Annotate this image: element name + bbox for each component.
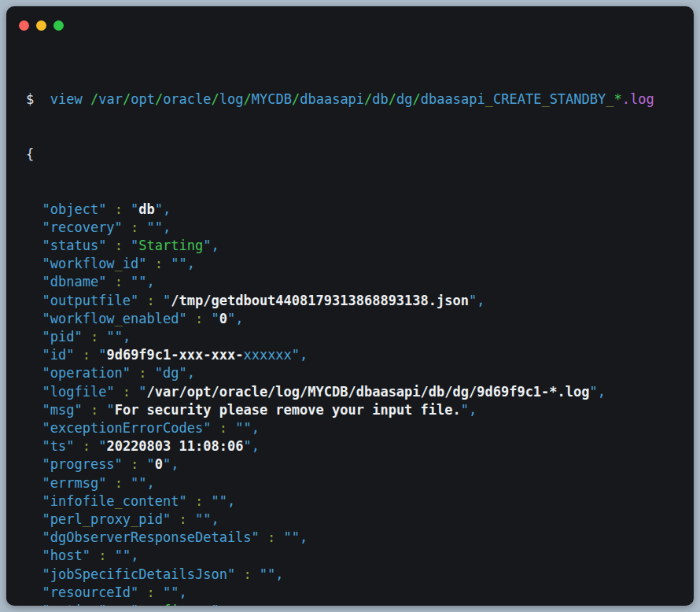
text-token: " [138,256,146,271]
text-token: /var/opt/oracle/log/MYCDB/dbaasapi/db/dg… [147,384,590,400]
text-token: log [219,91,244,107]
text-token: " [292,529,300,545]
text-token: , [147,475,155,491]
text-token: : [131,365,155,381]
json-line-host: "host" : "", [26,547,680,565]
text-token: /tmp/getdbout4408179313868893138.json [171,293,469,308]
text-token: " [74,329,82,345]
text-token: : [187,493,212,509]
text-token: / [413,91,421,107]
text-token: : [235,566,260,582]
desktop-background: $ view /var/opt/oracle/log/MYCDB/dbaasap… [0,0,700,612]
text-token: " [115,456,123,472]
text-token: dg [396,91,412,107]
text-token: " [131,201,138,217]
text-token: proxy [90,511,131,527]
text-token: " [106,329,114,345]
text-token: " [461,402,469,418]
json-line-msg: "msg" : "For security please remove your… [26,401,680,419]
text-token: opt [131,91,155,107]
text-token: " [179,256,187,271]
text-token: " [98,238,106,253]
text-token: : [138,293,163,308]
text-token: " [227,311,235,326]
text-token: , [300,347,308,363]
json-line-workflow_id: "workflow_id" : "", [26,255,680,273]
text-token: 9d69f9c1-xxx-xxx- [106,347,243,363]
text-token: pid [138,511,163,527]
text-token: " [98,438,106,454]
text-token: / [155,91,163,107]
text-token: * [614,91,622,107]
json-line-dbname: "dbname" : "", [26,273,680,291]
text-token: ts [50,438,66,454]
text-token: , [163,201,171,217]
command-line: $ view /var/opt/oracle/log/MYCDB/dbaasap… [26,90,680,109]
text-token: " [211,493,219,509]
text-token: " [26,365,50,381]
close-button[interactable] [19,20,29,31]
text-token [83,91,90,107]
text-token: For security please remove your input fi… [115,402,461,418]
text-token: , [227,493,235,509]
minimize-button[interactable] [36,20,46,31]
text-token: " [211,603,219,606]
text-token: " [26,547,50,563]
text-token: / [292,91,300,107]
text-token: oracle [163,91,211,107]
text-token: msg [50,402,75,418]
text-token: / [212,91,219,107]
text-token: " [26,475,50,491]
text-token: " [131,293,138,308]
json-line-outputfile: "outputfile" : "/tmp/getdbout44081793138… [26,292,680,310]
text-token: " [292,347,300,363]
text-token: " [147,456,155,472]
text-token: dg [163,365,179,381]
json-line-object: "object" : "db", [26,201,680,219]
text-token: outputfile [50,293,131,308]
text-token: " [26,256,50,271]
text-token: .log [622,91,654,107]
text-token: " [26,293,50,308]
text-token: , [179,584,187,600]
text-token: " [203,420,211,436]
text-token: " [26,438,50,454]
json-line-operation: "operation" : "dg", [26,364,680,382]
text-token: " [26,566,50,582]
text-token: , [469,402,477,418]
json-line-workflow_enabled: "workflow_enabled" : "0", [26,310,680,328]
text-token: " [26,456,50,472]
text-token: : [83,402,107,418]
text-token: view [50,91,83,107]
text-token: , [300,529,308,545]
text-token: , [252,420,260,436]
text-token: " [131,274,138,289]
text-token: " [131,603,138,606]
text-token: " [131,475,138,491]
text-token: " [267,566,275,582]
text-token: configure [138,603,211,606]
text-token: workflow [50,256,115,271]
text-token: " [179,311,187,326]
text-token: " [98,475,106,491]
text-token: status [50,238,98,253]
text-token: " [131,584,138,600]
text-token: exceptionErrorCodes [50,420,203,436]
maximize-button[interactable] [53,20,64,31]
text-token: " [26,402,50,418]
command-text: view /var/opt/oracle/log/MYCDB/dbaasapi/… [34,91,654,107]
text-token: _ [115,493,123,509]
text-token: workflow [50,311,115,326]
text-token: logfile [50,384,107,400]
text-token: : [90,547,115,563]
text-token: : [83,329,107,345]
text-token: , [219,603,227,606]
text-token: " [106,384,114,400]
text-token: progress [50,456,115,472]
text-token: " [252,529,260,545]
text-token: id [50,347,66,363]
text-token: " [98,347,106,363]
text-token: / [244,91,252,107]
text-token: " [179,365,187,381]
terminal-window: $ view /var/opt/oracle/log/MYCDB/dbaasap… [6,6,694,606]
